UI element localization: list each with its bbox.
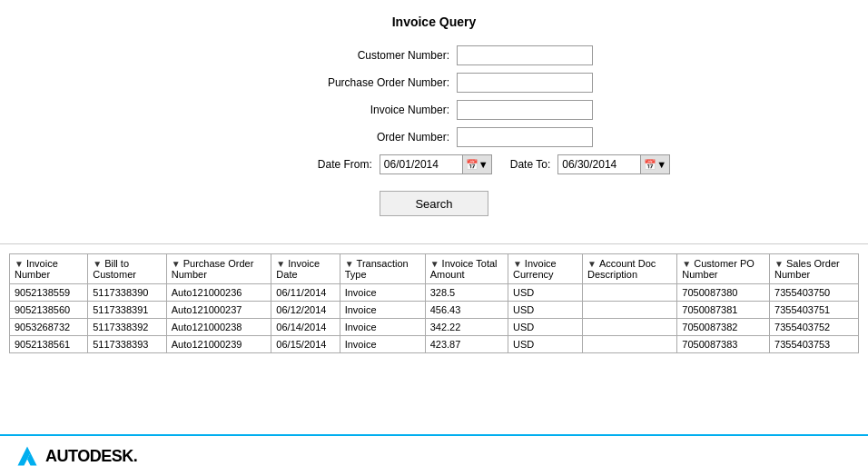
customer-number-row: Customer Number: — [275, 45, 593, 65]
col-account-doc-description[interactable]: ▼Account Doc Description — [583, 254, 677, 284]
cell-customer_po_number: 7050087383 — [677, 336, 770, 353]
cell-sales_order_number: 7355403751 — [770, 302, 859, 319]
cell-account_doc_description — [583, 319, 677, 336]
cell-account_doc_description — [583, 336, 677, 353]
date-from-calendar-button[interactable]: 📅▼ — [462, 155, 491, 174]
svg-marker-0 — [18, 447, 31, 466]
cell-account_doc_description — [583, 284, 677, 302]
col-customer-po-number[interactable]: ▼Customer PO Number — [677, 254, 770, 284]
cell-invoice_date: 06/11/2014 — [271, 284, 340, 302]
page-title: Invoice Query — [18, 15, 850, 29]
col-invoice-number[interactable]: ▼Invoice Number — [10, 254, 88, 284]
cell-invoice_date: 06/15/2014 — [271, 336, 340, 353]
header-row: ▼Invoice Number ▼Bill to Customer ▼Purch… — [10, 254, 859, 284]
cell-purchase_order_number: Auto121000236 — [166, 284, 271, 302]
cell-customer_po_number: 7050087380 — [677, 284, 770, 302]
date-to-label: Date To: — [510, 158, 550, 171]
cell-transaction_type: Invoice — [340, 336, 425, 353]
cell-invoice_currency: USD — [508, 319, 582, 336]
table-row: 90532687325117338392Auto12100023806/14/2… — [10, 319, 859, 336]
col-bill-to-customer[interactable]: ▼Bill to Customer — [88, 254, 167, 284]
cell-purchase_order_number: Auto121000238 — [166, 319, 271, 336]
cell-sales_order_number: 7355403753 — [770, 336, 859, 353]
table-row: 90521385615117338393Auto12100023906/15/2… — [10, 336, 859, 353]
table-body: 90521385595117338390Auto12100023606/11/2… — [10, 284, 859, 353]
date-to-input[interactable] — [558, 155, 640, 174]
results-section: ▼Invoice Number ▼Bill to Customer ▼Purch… — [0, 250, 868, 434]
autodesk-icon — [15, 443, 40, 469]
cell-invoice_number: 9053268732 — [10, 319, 88, 336]
date-from-input[interactable] — [380, 155, 462, 174]
table-row: 90521385605117338391Auto12100023706/12/2… — [10, 302, 859, 319]
date-to-calendar-button[interactable]: 📅▼ — [640, 155, 669, 174]
results-table: ▼Invoice Number ▼Bill to Customer ▼Purch… — [9, 253, 859, 353]
cell-bill_to_customer: 5117338391 — [88, 302, 167, 319]
date-from-wrapper: 📅▼ — [380, 154, 492, 174]
col-invoice-currency[interactable]: ▼Invoice Currency — [508, 254, 582, 284]
footer-bar: AUTODESK. — [0, 434, 868, 476]
cell-bill_to_customer: 5117338392 — [88, 319, 167, 336]
col-invoice-date[interactable]: ▼Invoice Date — [271, 254, 340, 284]
table-row: 90521385595117338390Auto12100023606/11/2… — [10, 284, 859, 302]
col-transaction-type[interactable]: ▼Transaction Type — [340, 254, 425, 284]
page-wrapper: Invoice Query Customer Number: Purchase … — [0, 0, 868, 476]
purchase-order-number-label: Purchase Order Number: — [275, 76, 457, 89]
purchase-order-number-input[interactable] — [457, 73, 593, 93]
search-button[interactable]: Search — [380, 191, 488, 216]
date-from-label: Date From: — [198, 158, 380, 171]
cell-purchase_order_number: Auto121000239 — [166, 336, 271, 353]
form-area: Customer Number: Purchase Order Number: … — [18, 45, 850, 182]
order-number-row: Order Number: — [275, 127, 593, 147]
cell-invoice_date: 06/12/2014 — [271, 302, 340, 319]
autodesk-brand-name: AUTODESK. — [45, 447, 137, 466]
cell-transaction_type: Invoice — [340, 319, 425, 336]
order-number-label: Order Number: — [275, 131, 457, 144]
col-sales-order-number[interactable]: ▼Sales Order Number — [770, 254, 859, 284]
cell-customer_po_number: 7050087382 — [677, 319, 770, 336]
customer-number-input[interactable] — [457, 45, 593, 65]
invoice-number-label: Invoice Number: — [275, 104, 457, 116]
cell-invoice_number: 9052138559 — [10, 284, 88, 302]
cell-bill_to_customer: 5117338393 — [88, 336, 167, 353]
cell-invoice_currency: USD — [508, 302, 582, 319]
cell-invoice_currency: USD — [508, 284, 582, 302]
cell-customer_po_number: 7050087381 — [677, 302, 770, 319]
cell-transaction_type: Invoice — [340, 284, 425, 302]
cell-purchase_order_number: Auto121000237 — [166, 302, 271, 319]
cell-invoice_currency: USD — [508, 336, 582, 353]
cell-invoice_total_amount: 423.87 — [425, 336, 508, 353]
table-header: ▼Invoice Number ▼Bill to Customer ▼Purch… — [10, 254, 859, 284]
cell-sales_order_number: 7355403750 — [770, 284, 859, 302]
search-row: Search — [18, 191, 850, 216]
cell-sales_order_number: 7355403752 — [770, 319, 859, 336]
cell-invoice_total_amount: 328.5 — [425, 284, 508, 302]
purchase-order-number-row: Purchase Order Number: — [275, 73, 593, 93]
invoice-number-row: Invoice Number: — [275, 100, 593, 120]
order-number-input[interactable] — [457, 127, 593, 147]
cell-transaction_type: Invoice — [340, 302, 425, 319]
cell-invoice_number: 9052138560 — [10, 302, 88, 319]
cell-bill_to_customer: 5117338390 — [88, 284, 167, 302]
cell-invoice_number: 9052138561 — [10, 336, 88, 353]
divider — [0, 243, 868, 244]
col-invoice-total-amount[interactable]: ▼Invoice Total Amount — [425, 254, 508, 284]
cell-invoice_total_amount: 342.22 — [425, 319, 508, 336]
cell-invoice_total_amount: 456.43 — [425, 302, 508, 319]
invoice-number-input[interactable] — [457, 100, 593, 120]
col-purchase-order-number[interactable]: ▼Purchase Order Number — [166, 254, 271, 284]
date-to-wrapper: 📅▼ — [557, 154, 670, 174]
date-row: Date From: 📅▼ Date To: 📅▼ — [198, 154, 670, 174]
customer-number-label: Customer Number: — [275, 49, 457, 62]
cell-invoice_date: 06/14/2014 — [271, 319, 340, 336]
autodesk-logo: AUTODESK. — [15, 443, 137, 469]
cell-account_doc_description — [583, 302, 677, 319]
top-section: Invoice Query Customer Number: Purchase … — [0, 0, 868, 238]
